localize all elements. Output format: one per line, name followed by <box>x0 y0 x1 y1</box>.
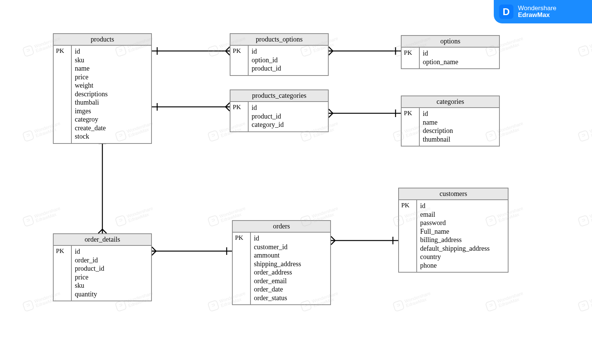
edrawmax-logo-icon: D <box>499 5 513 19</box>
attr: sku <box>75 281 148 290</box>
attr: thumbnail <box>423 135 496 144</box>
pk-column: PK <box>233 233 251 304</box>
attr: descriptions <box>75 90 148 99</box>
svg-line-27 <box>152 251 156 255</box>
pk-column: PK <box>54 246 72 301</box>
attr: category_id <box>252 120 325 129</box>
attr: price <box>75 73 148 82</box>
watermark: ⊃WondershareEdrawMax <box>485 291 526 312</box>
attr: stock <box>75 132 148 141</box>
entity-title: categories <box>402 96 499 108</box>
attr: id <box>423 49 496 58</box>
svg-line-3 <box>226 51 230 55</box>
attr: order_id <box>75 256 148 265</box>
attr: Full_name <box>420 227 505 236</box>
pk-column: PK <box>54 46 72 143</box>
entity-title: products_categories <box>230 90 328 102</box>
entity-title: options <box>402 36 499 48</box>
svg-line-6 <box>329 47 333 51</box>
attr: option_id <box>252 56 325 65</box>
entity-products[interactable]: productsPKidskunamepriceweightdescriptio… <box>53 33 152 144</box>
attr: order_address <box>254 268 327 277</box>
svg-line-31 <box>331 236 335 241</box>
attr: id <box>75 47 148 56</box>
attr: price <box>75 273 148 282</box>
attr: sku <box>75 56 148 65</box>
pk-column: PK <box>230 46 249 75</box>
watermark: ⊃WondershareEdrawMax <box>22 206 63 227</box>
attr: id <box>252 47 325 56</box>
attr: quantity <box>75 290 148 299</box>
attrs-column: idemailpasswordFull_namebilling_addressd… <box>417 200 508 272</box>
entity-title: customers <box>399 188 508 200</box>
watermark: ⊃WondershareEdrawMax <box>115 206 155 227</box>
attr: order_email <box>254 277 327 285</box>
attr: categroy <box>75 115 148 124</box>
attrs-column: idskunamepriceweightdescriptionsthumbali… <box>72 46 151 143</box>
attrs-column: idoption_name <box>420 48 499 68</box>
attr: product_id <box>252 112 325 121</box>
attr: phone <box>420 261 505 270</box>
entity-title: orders <box>233 221 330 233</box>
attr: name <box>423 118 496 127</box>
attr: id <box>75 247 148 256</box>
pk-column: PK <box>230 102 249 131</box>
badge-line1: Wondershare <box>518 5 556 12</box>
svg-line-23 <box>102 229 107 233</box>
attr: product_id <box>252 64 325 73</box>
svg-line-16 <box>329 109 333 113</box>
attr: create_date <box>75 124 148 133</box>
entity-products_options[interactable]: products_optionsPKidoption_idproduct_id <box>230 33 329 76</box>
attr: customer_id <box>254 243 327 251</box>
entity-title: products_options <box>230 34 328 46</box>
pk-column: PK <box>402 48 420 68</box>
svg-line-22 <box>98 229 102 233</box>
attr: id <box>423 110 496 118</box>
watermark: ⊃WondershareEdrawMax <box>578 206 592 227</box>
attrs-column: idorder_idproduct_idpriceskuquantity <box>72 246 151 301</box>
entity-title: order_details <box>54 234 151 246</box>
diagram-canvas: productsPKidskunamepriceweightdescriptio… <box>0 0 592 364</box>
attr: email <box>420 210 505 219</box>
badge-line2: EdrawMax <box>518 12 556 19</box>
svg-line-13 <box>226 107 230 111</box>
watermark: ⊃WondershareEdrawMax <box>393 291 433 312</box>
svg-line-17 <box>329 113 333 117</box>
attr: id <box>254 234 327 243</box>
watermark: ⊃WondershareEdrawMax <box>578 36 592 57</box>
attr: option_name <box>423 58 496 66</box>
attr: password <box>420 219 505 227</box>
attrs-column: idoption_idproduct_id <box>249 46 328 75</box>
attr: billing_address <box>420 236 505 244</box>
attr: thumbali <box>75 98 148 107</box>
attr: id <box>420 202 505 210</box>
attr: description <box>423 126 496 135</box>
attrs-column: idcustomer_idammountshipping_addressorde… <box>251 233 330 304</box>
attr: product_id <box>75 264 148 273</box>
pk-column: PK <box>402 108 420 146</box>
entity-orders[interactable]: ordersPKidcustomer_idammountshipping_add… <box>232 220 331 305</box>
watermark: ⊃WondershareEdrawMax <box>578 291 592 312</box>
svg-line-26 <box>152 247 156 251</box>
attrs-column: idproduct_idcategory_id <box>249 102 328 131</box>
svg-line-2 <box>226 47 230 51</box>
svg-line-7 <box>329 51 333 55</box>
attr: shipping_address <box>254 260 327 268</box>
watermark: ⊃WondershareEdrawMax <box>578 121 592 142</box>
attr: order_status <box>254 294 327 302</box>
attrs-column: idnamedescriptionthumbnail <box>420 108 499 146</box>
pk-column: PK <box>399 200 417 272</box>
entity-options[interactable]: optionsPKidoption_name <box>401 35 500 69</box>
entity-categories[interactable]: categoriesPKidnamedescriptionthumbnail <box>401 96 500 147</box>
attr: order_date <box>254 285 327 294</box>
entity-order_details[interactable]: order_detailsPKidorder_idproduct_idprice… <box>53 233 152 301</box>
svg-line-12 <box>226 103 230 107</box>
entity-products_categories[interactable]: products_categoriesPKidproduct_idcategor… <box>230 89 329 132</box>
attr: name <box>75 64 148 73</box>
attr: ammount <box>254 251 327 260</box>
attr: id <box>252 103 325 112</box>
entity-customers[interactable]: customersPKidemailpasswordFull_namebilli… <box>398 188 509 273</box>
attr: country <box>420 253 505 261</box>
attr: imges <box>75 107 148 116</box>
attr: weight <box>75 81 148 90</box>
